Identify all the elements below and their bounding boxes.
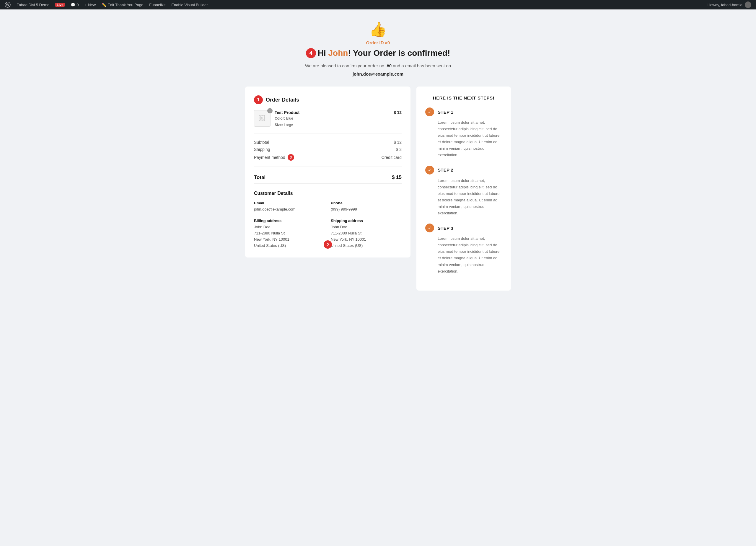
- step-4-badge: 4: [306, 48, 316, 58]
- subtotal-label: Subtotal: [254, 140, 269, 145]
- shipping-address-field: Shipping address John Doe 711-2880 Nulla…: [331, 219, 402, 249]
- payment-label-container: Payment method 3: [254, 154, 294, 161]
- order-email: john.doe@example.com: [6, 71, 750, 78]
- live-badge-button[interactable]: Live: [53, 0, 67, 9]
- email-value: john.doe@example.com: [254, 206, 325, 213]
- enable-visual-builder-button[interactable]: Enable Visual Builder: [169, 0, 210, 9]
- product-name: Test Product: [275, 110, 390, 115]
- wp-logo-button[interactable]: W: [2, 0, 13, 9]
- step-2-text: Lorem ipsum dolor sit amet, consectetur …: [438, 177, 502, 217]
- step-1: ✓ STEP 1 Lorem ipsum dolor sit amet, con…: [425, 107, 502, 159]
- order-details-badge: 1: [254, 95, 263, 104]
- admin-bar: W Fahad Divi 5 Demo Live 💬 0 + New ✏️ Ed…: [0, 0, 756, 9]
- billing-label: Billing address: [254, 219, 325, 223]
- shipping-value: John Doe 711-2880 Nulla St New York, NY …: [331, 224, 402, 249]
- total-row: Total $ 15: [254, 172, 402, 184]
- step-1-title: STEP 1: [438, 110, 453, 115]
- subtotal-value: $ 12: [394, 140, 402, 145]
- svg-text:W: W: [6, 3, 9, 6]
- payment-row: Payment method 3 Credit card: [254, 153, 402, 162]
- step-1-check: ✓: [425, 107, 434, 116]
- page-wrapper: 👍 Order ID #0 4 Hi John! Your Order is c…: [0, 9, 756, 546]
- funnelkit-button[interactable]: FunnelKit: [147, 0, 168, 9]
- product-price: $ 12: [394, 110, 402, 115]
- step-2-title: STEP 2: [438, 167, 453, 172]
- payment-badge: 3: [288, 154, 294, 161]
- customer-name: John: [328, 48, 348, 58]
- main-content: 1 Order Details 🖼 1 Test Product Color: …: [245, 87, 511, 291]
- phone-field: Phone (999) 999-9999: [331, 201, 402, 213]
- product-size: Size: Large: [275, 122, 390, 128]
- thumb-icon: 👍: [6, 21, 750, 38]
- annotation-badge-2: 2: [324, 240, 332, 249]
- shipping-label: Shipping: [254, 147, 270, 152]
- phone-label: Phone: [331, 201, 402, 205]
- step-2-check: ✓: [425, 166, 434, 175]
- step-1-title-row: ✓ STEP 1: [425, 107, 502, 116]
- image-icon: 🖼: [259, 115, 265, 122]
- steps-heading: HERE IS THE NEXT STEPS!: [425, 95, 502, 100]
- order-subtext: We are pleased to confirm your order no.…: [6, 62, 750, 78]
- billing-address-field: Billing address John Doe 711-2880 Nulla …: [254, 219, 325, 249]
- step-2: ✓ STEP 2 Lorem ipsum dolor sit amet, con…: [425, 166, 502, 217]
- step-3-text: Lorem ipsum dolor sit amet, consectetur …: [438, 235, 502, 275]
- order-confirmed-heading: 4 Hi John! Your Order is confirmed!: [6, 48, 750, 58]
- shipping-value: $ 3: [396, 147, 402, 152]
- total-price: $ 15: [392, 175, 402, 180]
- order-id: Order ID #0: [6, 40, 750, 45]
- howdy-user[interactable]: Howdy, fahad-hamid: [705, 1, 754, 8]
- comments-icon: 💬: [71, 3, 75, 7]
- total-label: Total: [254, 175, 265, 180]
- header-section: 👍 Order ID #0 4 Hi John! Your Order is c…: [6, 21, 750, 78]
- subtotal-row: Subtotal $ 12: [254, 139, 402, 146]
- cost-rows: Subtotal $ 12 Shipping $ 3 Payment metho…: [254, 139, 402, 167]
- admin-bar-right: Howdy, fahad-hamid: [705, 1, 754, 8]
- product-info: Test Product Color: Blue Size: Large: [275, 110, 390, 128]
- shipping-label: Shipping address: [331, 219, 402, 223]
- product-color: Color: Blue: [275, 116, 390, 121]
- phone-value: (999) 999-9999: [331, 206, 402, 213]
- product-qty-badge: 1: [267, 108, 273, 113]
- order-panel: 1 Order Details 🖼 1 Test Product Color: …: [245, 87, 410, 257]
- billing-value: John Doe 711-2880 Nulla St New York, NY …: [254, 224, 325, 249]
- edit-page-button[interactable]: ✏️ Edit Thank You Page: [99, 0, 146, 9]
- shipping-row: Shipping $ 3: [254, 146, 402, 153]
- email-field: Email john.doe@example.com: [254, 201, 325, 213]
- step-2-title-row: ✓ STEP 2: [425, 166, 502, 175]
- step-3-title-row: ✓ STEP 3: [425, 224, 502, 232]
- new-button[interactable]: + New: [82, 0, 98, 9]
- step-1-text: Lorem ipsum dolor sit amet, consectetur …: [438, 119, 502, 159]
- order-details-heading: 1 Order Details: [254, 95, 402, 104]
- step-3-title: STEP 3: [438, 226, 453, 231]
- step-3-check: ✓: [425, 224, 434, 232]
- step-3: ✓ STEP 3 Lorem ipsum dolor sit amet, con…: [425, 224, 502, 275]
- email-label: Email: [254, 201, 325, 205]
- customer-details-heading: Customer Details: [254, 191, 402, 196]
- comments-button[interactable]: 💬 0: [68, 0, 81, 9]
- greeting-text: Hi John! Your Order is confirmed!: [318, 48, 450, 58]
- product-image: 🖼 1: [254, 110, 271, 127]
- live-badge: Live: [55, 3, 65, 7]
- product-row: 🖼 1 Test Product Color: Blue Size: Large…: [254, 110, 402, 133]
- site-name[interactable]: Fahad Divi 5 Demo: [14, 0, 52, 9]
- payment-value: Credit card: [382, 155, 402, 160]
- steps-panel: HERE IS THE NEXT STEPS! ✓ STEP 1 Lorem i…: [416, 87, 511, 291]
